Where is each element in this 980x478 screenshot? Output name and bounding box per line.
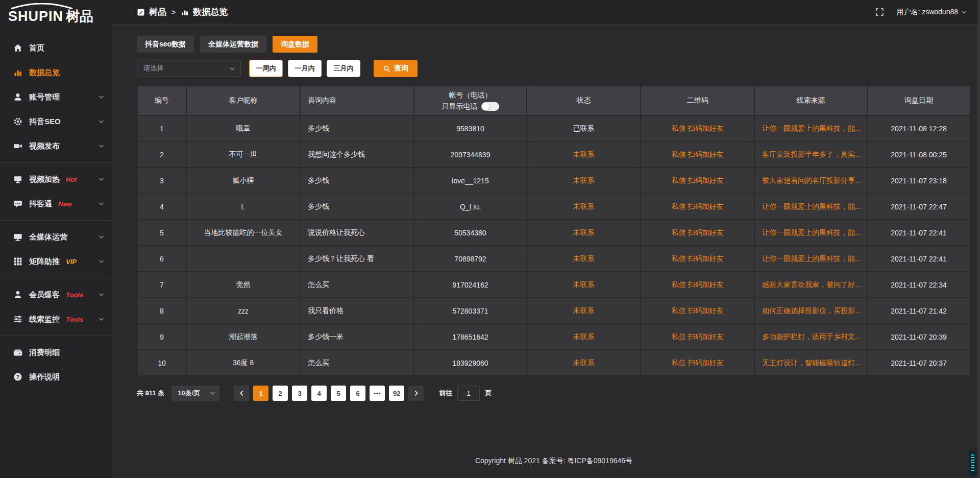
- sidebar-item-9[interactable]: 全媒体运营: [0, 225, 112, 249]
- next-page-button[interactable]: [408, 386, 424, 401]
- filter-select[interactable]: 请选择: [137, 60, 241, 77]
- page-button-92[interactable]: 92: [389, 386, 404, 401]
- cell-content: 怎么买: [301, 272, 413, 297]
- phone-only-toggle[interactable]: [481, 102, 499, 111]
- cell-qrcode-link[interactable]: 私信 扫码加好友: [641, 324, 754, 349]
- sidebar-item-label: 数据总览: [29, 68, 60, 78]
- cell-source-link[interactable]: 多功能护栏灯，适用于乡村文...: [755, 324, 867, 349]
- cell-index: 4: [138, 194, 186, 219]
- sliders-icon: [13, 315, 22, 324]
- tab-bar: 抖音seo数据全媒体运营数据询盘数据: [137, 36, 971, 53]
- search-button[interactable]: 查询: [374, 60, 418, 77]
- cell-source-link[interactable]: 无主灯设计，智能磁吸轨道灯...: [755, 350, 867, 375]
- cell-account: 2097344839: [414, 142, 526, 167]
- cell-source-link[interactable]: 客厅安装投影半年多了，真实...: [755, 142, 867, 167]
- sidebar-item-10[interactable]: 矩阵助推VIP: [0, 249, 112, 274]
- range-button-0[interactable]: 一周内: [249, 60, 283, 77]
- debug-widget[interactable]: [969, 451, 976, 475]
- cell-qrcode-link[interactable]: 私信 扫码加好友: [641, 142, 754, 167]
- sidebar-item-15[interactable]: 消费明细: [0, 340, 112, 365]
- page-scrollbar[interactable]: [977, 0, 980, 478]
- cell-index: 1: [138, 116, 186, 141]
- content: 抖音seo数据全媒体运营数据询盘数据 请选择 一周内一月内三月内 查询: [112, 25, 980, 401]
- page-size-select[interactable]: 10条/页: [172, 386, 219, 401]
- sidebar-menu: 首页数据总览账号管理抖音SEO视频发布视频加热Hot抖客通New全媒体运营矩阵助…: [0, 31, 112, 389]
- cell-source-link[interactable]: 让你一眼就爱上的黑科技，能...: [755, 220, 867, 245]
- cell-source-link[interactable]: 让你一眼就爱上的黑科技，能...: [755, 246, 867, 271]
- user-menu[interactable]: 用户名: zswodun88: [896, 8, 967, 17]
- breadcrumb-root[interactable]: 树品: [149, 6, 166, 18]
- sidebar-divider: [0, 220, 112, 221]
- cell-qrcode-link[interactable]: 私信 扫码加好友: [641, 168, 754, 193]
- chevron-down-icon: [99, 95, 104, 99]
- tab-1[interactable]: 全媒体运营数据: [200, 36, 266, 53]
- home-icon: [13, 43, 22, 53]
- cell-source-link[interactable]: 让你一眼就爱上的黑科技，能...: [755, 194, 867, 219]
- logo-text-cn: 树品: [66, 9, 93, 24]
- member-icon: [13, 290, 22, 299]
- sidebar-item-label: 全媒体运营: [29, 232, 67, 242]
- logo-arc: [9, 3, 75, 9]
- cell-nickname: 哦章: [187, 116, 300, 141]
- app-root: SHUPIN树品 首页数据总览账号管理抖音SEO视频发布视频加热Hot抖客通Ne…: [0, 0, 980, 478]
- tab-2[interactable]: 询盘数据: [273, 36, 317, 53]
- sidebar-item-6[interactable]: 视频加热Hot: [0, 167, 112, 192]
- cell-source-link[interactable]: 被大家追着问的客厅投影分享...: [755, 168, 867, 193]
- sidebar-item-label: 视频发布: [29, 141, 60, 151]
- cell-qrcode-link[interactable]: 私信 扫码加好友: [641, 246, 754, 271]
- sidebar-item-7[interactable]: 抖客通New: [0, 192, 112, 216]
- page-button-1[interactable]: 1: [253, 386, 268, 401]
- sidebar-item-3[interactable]: 抖音SEO: [0, 109, 112, 134]
- range-button-2[interactable]: 三月内: [327, 60, 360, 77]
- col-account: 帐号（电话） 只显示电话: [414, 86, 526, 115]
- video-camera-icon: [13, 141, 22, 151]
- sidebar-item-12[interactable]: 会员爆客Tools: [0, 282, 112, 307]
- page-button-6[interactable]: 6: [350, 386, 365, 401]
- sidebar-item-16[interactable]: ?操作说明: [0, 365, 112, 389]
- cell-source-link[interactable]: 让你一眼就爱上的黑科技，能...: [755, 116, 867, 141]
- sidebar-item-label: 矩阵助推: [29, 257, 60, 267]
- page-button-5[interactable]: 5: [331, 386, 346, 401]
- prev-page-button[interactable]: [234, 386, 249, 401]
- sidebar-item-2[interactable]: 账号管理: [0, 85, 112, 109]
- page-button-3[interactable]: 3: [292, 386, 307, 401]
- table-row: 6多少钱？让我死心 看70898792未联系私信 扫码加好友让你一眼就爱上的黑科…: [138, 246, 970, 271]
- cell-qrcode-link[interactable]: 私信 扫码加好友: [641, 272, 754, 297]
- chevron-down-icon: [99, 317, 104, 321]
- cell-qrcode-link[interactable]: 私信 扫码加好友: [641, 194, 754, 219]
- sidebar-badge: Tools: [66, 316, 83, 323]
- cell-source-link[interactable]: 如何正确选择投影仪，买投影...: [755, 298, 867, 323]
- chevron-down-icon: [99, 202, 104, 206]
- cell-status: 已联系: [527, 116, 640, 141]
- sidebar-item-4[interactable]: 视频发布: [0, 134, 112, 158]
- range-button-1[interactable]: 一月内: [288, 60, 322, 77]
- cell-qrcode-link[interactable]: 私信 扫码加好友: [641, 116, 754, 141]
- sidebar-item-1[interactable]: 数据总览: [0, 60, 112, 85]
- goto-page-input[interactable]: [457, 386, 480, 401]
- cell-nickname: [187, 246, 300, 271]
- cell-index: 9: [138, 324, 186, 349]
- table-row: 1036度 8怎么买183929060未联系私信 扫码加好友无主灯设计，智能磁吸…: [138, 350, 970, 375]
- user-icon: [13, 92, 22, 102]
- cell-account: Q_Liu.: [414, 194, 526, 219]
- fullscreen-icon[interactable]: [875, 8, 884, 16]
- cell-content: 多少钱: [301, 168, 413, 193]
- tab-0[interactable]: 抖音seo数据: [137, 36, 194, 53]
- cell-date: 2021-11-07 23:18: [868, 168, 970, 193]
- page-button-4[interactable]: 4: [311, 386, 327, 401]
- cell-qrcode-link[interactable]: 私信 扫码加好友: [641, 220, 754, 245]
- table-row: 8zzz我只看价格572803371未联系私信 扫码加好友如何正确选择投影仪，买…: [138, 298, 970, 323]
- goto-suffix-label: 页: [485, 389, 492, 398]
- cell-qrcode-link[interactable]: 私信 扫码加好友: [641, 350, 754, 375]
- cell-qrcode-link[interactable]: 私信 扫码加好友: [641, 298, 754, 323]
- sidebar-item-0[interactable]: 首页: [0, 36, 112, 60]
- col-qrcode: 二维码: [641, 86, 754, 115]
- page-ellipsis[interactable]: •••: [370, 386, 385, 401]
- sidebar-item-13[interactable]: 线索监控Tools: [0, 307, 112, 331]
- page-button-2[interactable]: 2: [273, 386, 288, 401]
- cell-account: 9583810: [414, 116, 526, 141]
- cell-source-link[interactable]: 感谢大家喜欢我家，被问了好...: [755, 272, 867, 297]
- cell-index: 6: [138, 246, 186, 271]
- cell-content: 我想问这个多少钱: [301, 142, 413, 167]
- filter-bar: 请选择 一周内一月内三月内 查询: [137, 60, 971, 77]
